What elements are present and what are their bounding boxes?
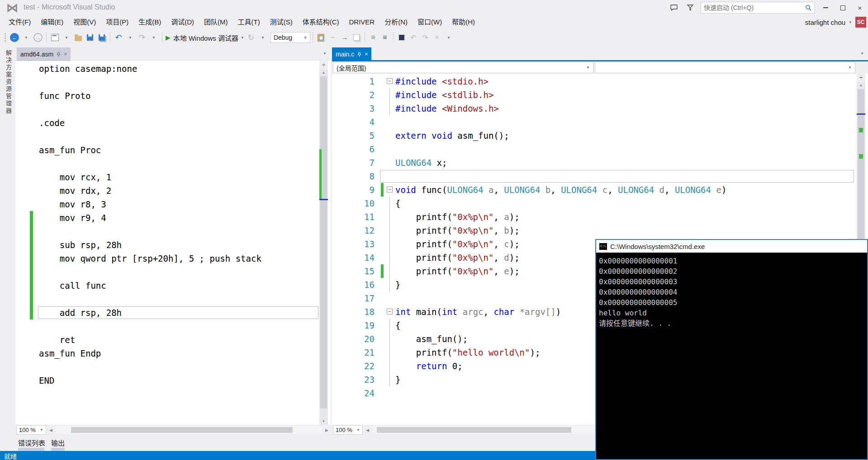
left-horizontal-scrollbar[interactable]: 100 %▼ ◀ ▶	[15, 425, 331, 435]
code-line[interactable]: 9−void func(ULONG64 a, ULONG64 b, ULONG6…	[332, 183, 857, 197]
hscroll-thumb[interactable]	[377, 427, 571, 433]
code-line[interactable]: 11 printf("0x%p\n", a);	[332, 210, 857, 224]
menu-item[interactable]: 视图(V)	[68, 15, 101, 29]
code-line[interactable]: mov rcx, 1	[15, 170, 319, 184]
clear-icon[interactable]: ×	[431, 32, 443, 43]
paste-icon[interactable]	[315, 32, 327, 43]
collapse-icon[interactable]: −	[387, 187, 393, 192]
code-line[interactable]: mov rdx, 2	[15, 184, 319, 197]
open-file-button[interactable]	[72, 32, 84, 43]
toolbar-overflow-icon[interactable]: ▼	[443, 32, 455, 43]
menu-item[interactable]: 生成(B)	[133, 15, 166, 29]
code-line[interactable]: call func	[15, 279, 319, 292]
code-line[interactable]: 7ULONG64 x;	[332, 156, 857, 169]
pin-icon[interactable]	[57, 52, 61, 57]
navigate-backward-button[interactable]: ←	[9, 32, 20, 43]
start-debugging-button[interactable]: ▶ 本地 Windows 调试器 ▼	[165, 32, 245, 43]
menu-item[interactable]: 编辑(E)	[36, 15, 68, 29]
scroll-down-icon[interactable]: ▼	[319, 418, 328, 425]
code-line[interactable]: 3#include <Windows.h>	[332, 102, 857, 115]
menu-item[interactable]: 工具(T)	[232, 15, 265, 29]
quick-launch-input[interactable]	[701, 4, 802, 11]
quick-launch-box[interactable]	[701, 2, 815, 14]
minimize-button[interactable]	[819, 2, 832, 13]
tab-error-list[interactable]: 错误列表	[18, 438, 45, 447]
menu-item[interactable]: 体系结构(C)	[298, 15, 344, 29]
code-line[interactable]	[15, 265, 319, 279]
code-line[interactable]	[15, 225, 319, 238]
redo-dropdown[interactable]: ▼	[148, 32, 160, 43]
outline-margin[interactable]: −	[386, 183, 394, 197]
code-line[interactable]: asm_fun Endp	[15, 347, 319, 360]
code-line[interactable]: option casemap:none	[15, 62, 319, 75]
restore-button[interactable]	[836, 2, 849, 13]
code-line[interactable]: ret	[15, 333, 319, 347]
code-line[interactable]: asm_fun Proc	[15, 143, 319, 157]
menu-item[interactable]: 分析(N)	[379, 15, 413, 29]
code-line[interactable]: 5extern void asm_fun();	[332, 129, 857, 142]
avatar[interactable]: SC	[855, 17, 866, 28]
menu-item[interactable]: 文件(F)	[4, 15, 36, 29]
solution-configuration-combo[interactable]: Debug▼	[270, 32, 310, 43]
menu-item[interactable]: 团队(M)	[199, 15, 233, 29]
solution-explorer-strip[interactable]: 解决方案资源管理器	[0, 46, 16, 451]
hscroll-track[interactable]	[56, 426, 322, 434]
breakpoints-window-icon[interactable]	[396, 32, 408, 43]
tab-main-c[interactable]: main.c ×	[332, 47, 371, 61]
collapse-icon[interactable]: −	[387, 78, 393, 84]
close-tab-icon[interactable]: ×	[64, 51, 67, 57]
code-line[interactable]: 10{	[332, 197, 857, 210]
user-account-area[interactable]: starlight chou ▼ SC	[805, 17, 866, 28]
save-button[interactable]	[84, 32, 96, 43]
asm-editor[interactable]: option casemap:nonefunc Proto.codeasm_fu…	[15, 61, 331, 425]
notifications-flag-icon[interactable]	[684, 2, 696, 13]
close-button[interactable]: ×	[854, 2, 866, 13]
hscroll-thumb[interactable]	[71, 427, 293, 433]
tab-amd64-asm[interactable]: amd64.asm ×	[17, 47, 71, 61]
navigate-back-icon[interactable]: ↶	[408, 32, 419, 43]
help-items-icon[interactable]: ≡	[379, 32, 391, 43]
code-line[interactable]	[15, 319, 319, 333]
tab-list-dropdown-icon[interactable]: ▼	[323, 52, 327, 56]
member-dropdown[interactable]: ▼	[595, 62, 855, 73]
code-line[interactable]: sub rsp, 28h	[15, 238, 319, 252]
refresh-button[interactable]: ↻	[245, 32, 257, 43]
pin-icon[interactable]	[357, 52, 361, 57]
scope-dropdown[interactable]: (全局范围)▼	[333, 62, 593, 73]
code-line[interactable]: END	[15, 374, 319, 387]
code-line[interactable]: 12 printf("0x%p\n", b);	[332, 224, 857, 237]
code-line[interactable]: mov qword ptr [rsp+20h], 5 ; push stack	[15, 252, 319, 265]
scroll-left-icon[interactable]: ◀	[47, 428, 55, 432]
search-icon[interactable]	[802, 2, 814, 13]
code-line[interactable]: 2#include <stdlib.h>	[332, 88, 857, 102]
split-handle-icon[interactable]: ÷	[319, 61, 328, 69]
cmd-window[interactable]: C:\ C:\Windows\system32\cmd.exe 0x000000…	[595, 239, 868, 460]
scroll-left-icon[interactable]: ◀	[364, 428, 371, 432]
step-into-icon[interactable]: →	[339, 32, 351, 43]
task-list-icon[interactable]: ≡	[367, 32, 379, 43]
new-project-button[interactable]	[49, 32, 61, 43]
code-line[interactable]: 6	[332, 142, 857, 156]
code-line[interactable]: func Proto	[15, 89, 319, 103]
outline-margin[interactable]: −	[386, 305, 394, 319]
scroll-right-icon[interactable]: ▶	[323, 428, 331, 432]
navigate-backward-dropdown[interactable]: ▼	[20, 32, 32, 43]
scrollbar-thumb[interactable]	[320, 76, 327, 408]
menu-item[interactable]: DRIVER	[344, 15, 379, 29]
code-line[interactable]: mov r9, 4	[15, 211, 319, 225]
code-line[interactable]	[15, 157, 319, 170]
navigate-forward-button[interactable]: →	[32, 32, 44, 43]
user-name[interactable]: starlight chou	[805, 19, 845, 26]
outline-margin[interactable]: −	[386, 75, 394, 88]
left-zoom-combo[interactable]: 100 %▼	[16, 425, 46, 435]
code-line[interactable]	[15, 130, 319, 143]
collapse-icon[interactable]: −	[387, 309, 393, 314]
refresh-dropdown[interactable]: ▼	[257, 32, 269, 43]
code-line[interactable]	[15, 103, 319, 116]
feedback-icon[interactable]	[668, 2, 680, 13]
toolbar-grip[interactable]	[4, 33, 6, 42]
scroll-up-icon[interactable]: ▲	[319, 69, 328, 76]
code-line[interactable]: 4	[332, 115, 857, 129]
undo-button[interactable]: ↶	[113, 32, 124, 43]
menu-item[interactable]: 项目(P)	[101, 15, 133, 29]
